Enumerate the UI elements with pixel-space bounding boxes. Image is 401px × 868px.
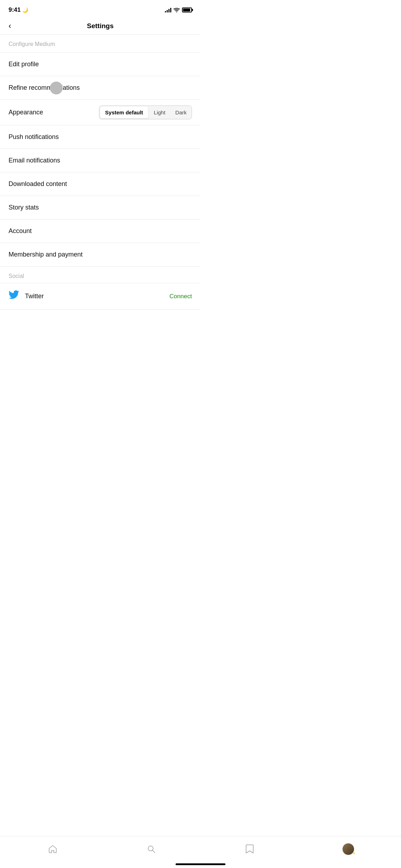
signal-icon [165,7,171,12]
status-bar: 9:41 🌙 [0,0,200,18]
social-section-label: Social [0,267,200,283]
configure-medium-label: Configure Medium [0,35,200,53]
membership-payment-item[interactable]: Membership and payment [0,243,200,267]
appearance-system-default-btn[interactable]: System default [100,107,148,118]
back-button[interactable]: ‹ [7,20,12,32]
battery-icon [182,7,192,12]
story-stats-item[interactable]: Story stats [0,196,200,219]
downloaded-content-item[interactable]: Downloaded content [0,172,200,196]
edit-profile-item[interactable]: Edit profile [0,53,200,76]
page-title: Settings [87,22,114,30]
email-notifications-item[interactable]: Email notifications [0,149,200,172]
settings-header: ‹ Settings [0,18,200,35]
refine-recommendations-item[interactable]: Refine recommendations [0,76,200,100]
account-item[interactable]: Account [0,219,200,243]
appearance-label: Appearance [9,109,43,116]
twitter-connect-button[interactable]: Connect [170,293,192,300]
appearance-row: Appearance System default Light Dark [0,100,200,125]
drag-dot[interactable] [50,82,63,94]
wifi-icon [173,7,180,12]
moon-icon: 🌙 [22,7,28,13]
push-notifications-item[interactable]: Push notifications [0,125,200,149]
status-icons [165,7,192,12]
svg-point-0 [176,11,177,12]
twitter-label: Twitter [25,293,44,300]
appearance-dark-btn[interactable]: Dark [170,106,192,119]
appearance-toggle: System default Light Dark [99,105,192,119]
twitter-icon [9,290,19,302]
status-time: 9:41 [9,6,21,14]
appearance-light-btn[interactable]: Light [149,106,171,119]
twitter-row[interactable]: Twitter Connect [0,283,200,310]
